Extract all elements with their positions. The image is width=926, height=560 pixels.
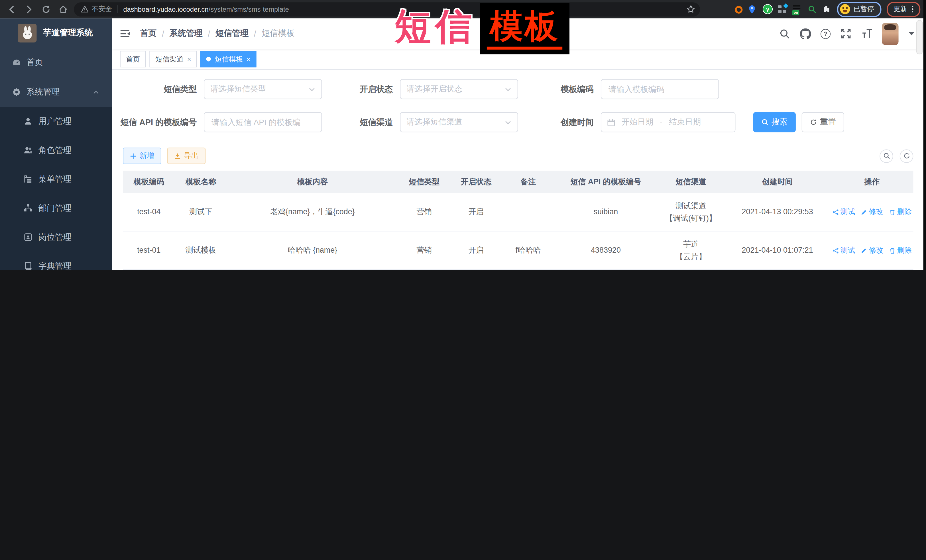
browser-reload-icon[interactable] [41,5,51,14]
breadcrumb-home[interactable]: 首页 [140,28,156,39]
extension-magnifier-icon[interactable] [808,5,817,14]
cell-channel: 测试渠道【调试(钉钉)】 [658,193,724,231]
reset-button[interactable]: 重置 [802,112,844,132]
extension-y-icon[interactable]: y [763,4,773,14]
table-toolbar: 新增 导出 [123,148,913,164]
tag-sms-channel[interactable]: 短信渠道× [149,51,197,67]
cell-actions: 测试 修改 删除 [831,231,913,269]
scrollbar-thumb[interactable] [916,20,923,54]
status-label: 开启状态 [300,79,400,99]
cell-name: 公告通知 [175,270,227,270]
not-secure-label: 不安全 [91,5,112,14]
ime-candidate-box: 模板 [480,3,569,54]
cell-name: 测试模板 [175,231,227,269]
close-icon[interactable]: × [187,56,191,62]
address-bar[interactable]: 不安全 dashboard.yudao.iocoder.cn/system/sm… [74,2,700,16]
breadcrumb-system[interactable]: 系统管理 [169,28,203,39]
sidebar-item-menus[interactable]: 菜单管理 [0,165,112,194]
date-range-picker[interactable]: 开始日期 - 结束日期 [601,112,735,132]
sidebar-item-dictionary[interactable]: 字典管理 [0,252,112,270]
cell-channel: 芋道【云片】 [658,231,724,269]
refresh-icon[interactable] [900,149,914,163]
tag-home[interactable]: 首页 [120,51,146,67]
sidebar-item-departments[interactable]: 部门管理 [0,194,112,223]
github-icon[interactable] [800,28,810,39]
help-icon[interactable]: ? [820,29,831,39]
extension-orange-icon[interactable] [735,6,743,14]
channel-select[interactable]: 请选择短信渠道 [400,112,518,132]
sidebar-item-users[interactable]: 用户管理 [0,107,112,136]
menu-tree-icon [24,174,33,184]
cell-channel: Ballcat【阿里云】 [658,270,724,270]
cell-remark [502,270,554,270]
created-time-label: 创建时间 [501,112,601,132]
cell-status: 开启 [450,231,502,269]
fullscreen-icon[interactable] [840,28,851,39]
cell-code: test-01 [123,231,175,269]
browser-back-icon[interactable] [7,5,17,14]
toggle-search-icon[interactable] [879,149,893,163]
template-code-input-box[interactable] [601,79,719,99]
breadcrumb-sms[interactable]: 短信管理 [215,28,248,39]
dashboard-icon [12,58,21,67]
header-search-icon[interactable] [779,28,790,39]
breadcrumb-current: 短信模板 [262,28,295,39]
app-title: 芋道管理系统 [43,28,92,38]
search-button[interactable]: 搜索 [753,112,796,132]
delete-link[interactable]: 删除 [889,206,912,218]
template-code-input[interactable] [607,84,713,94]
table-row: test-04 测试下 老鸡{name}，牛逼{code} 营销 开启 suib… [123,193,913,232]
add-button[interactable]: 新增 [123,148,161,164]
extension-pin-icon[interactable] [748,5,757,14]
cell-content: 您的验证码{code}，该验证码5分钟内有效，请勿泄漏于他人！ [227,270,398,270]
extension-grid-icon[interactable] [778,5,787,14]
sidebar-item-roles[interactable]: 角色管理 [0,136,112,165]
app-logo: 芋道管理系统 [0,18,112,48]
profile-chip[interactable]: 已暂停 [837,2,881,17]
bookmark-star-icon[interactable] [686,5,695,14]
table-row: test_02 公告通知 您的验证码{code}，该验证码5分钟内有效，请勿泄漏… [123,270,913,270]
date-start-placeholder: 开始日期 [619,117,656,127]
extension-list-on-icon[interactable]: on [793,5,802,14]
table-row: test-01 测试模板 哈哈哈 {name} 营销 开启 f哈哈哈 43839… [123,231,913,270]
cell-remark: f哈哈哈 [502,231,554,269]
not-secure-icon [81,5,89,13]
delete-link[interactable]: 删除 [889,244,912,257]
api-template-input[interactable] [210,117,316,127]
org-chart-icon [24,203,33,213]
sidebar-item-home[interactable]: 首页 [0,48,112,77]
book-icon [24,261,33,270]
status-select[interactable]: 请选择开启状态 [400,79,518,99]
edit-link[interactable]: 修改 [861,244,884,257]
template-code-label: 模板编码 [501,79,601,99]
test-link[interactable]: 测试 [832,244,855,257]
browser-menu-icon[interactable] [912,6,913,12]
test-link[interactable]: 测试 [832,206,855,218]
sidebar-collapse-icon[interactable] [112,29,130,38]
browser-update-button[interactable]: 更新 [887,2,920,17]
browser-forward-icon[interactable] [24,5,33,14]
cell-api-id: SMS_207945135 [554,270,658,270]
omnibox-divider [117,5,118,13]
font-size-icon[interactable] [861,28,872,39]
table-header: 模板编码 模板名称 模板内容 短信类型 开启状态 备注 短信 API 的模板编号… [123,171,913,193]
cell-actions: 测试 修改 删除 [831,193,913,231]
user-avatar[interactable] [882,23,899,45]
sidebar-item-system[interactable]: 系统管理 [0,77,112,107]
extensions-puzzle-icon[interactable] [822,5,832,14]
sms-template-table: 模板编码 模板名称 模板内容 短信类型 开启状态 备注 短信 API 的模板编号… [123,171,913,270]
avatar-caret-icon[interactable] [909,32,915,35]
channel-label: 短信渠道 [300,112,400,132]
profile-avatar-icon [840,4,850,14]
tag-sms-template[interactable]: 短信模板× [201,51,257,67]
edit-link[interactable]: 修改 [861,206,884,218]
breadcrumb: 首页 / 系统管理 / 短信管理 / 短信模板 [140,28,294,39]
sidebar-item-posts[interactable]: 岗位管理 [0,222,112,252]
cell-actions: 测试 修改 删除 [831,270,913,270]
cell-content: 老鸡{name}，牛逼{code} [227,193,398,231]
cell-type: 营销 [398,231,450,269]
close-icon[interactable]: × [247,56,250,62]
browser-home-icon[interactable] [58,5,68,14]
export-button[interactable]: 导出 [167,148,206,164]
users-icon [24,146,33,155]
